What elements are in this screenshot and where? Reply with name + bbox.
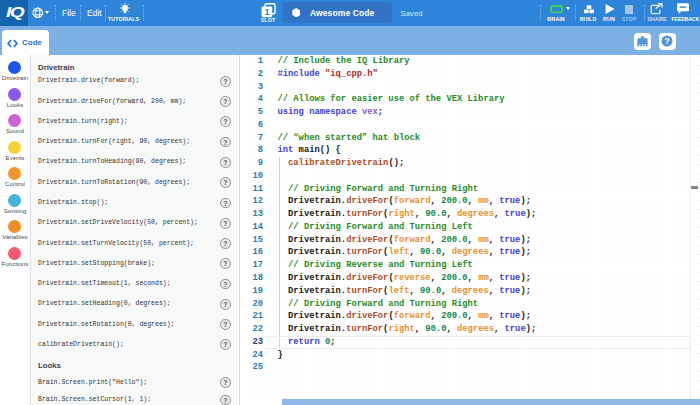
- svg-text:1: 1: [264, 7, 269, 17]
- svg-text:?: ?: [664, 36, 669, 46]
